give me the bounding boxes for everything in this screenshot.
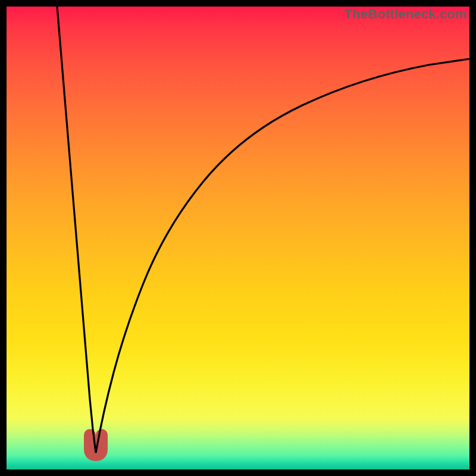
left-curve bbox=[57, 7, 96, 453]
plot-frame: TheBottleneck.com bbox=[7, 7, 469, 469]
chart-svg bbox=[7, 7, 469, 469]
attribution-label: TheBottleneck.com bbox=[345, 7, 467, 22]
right-curve bbox=[96, 59, 469, 453]
